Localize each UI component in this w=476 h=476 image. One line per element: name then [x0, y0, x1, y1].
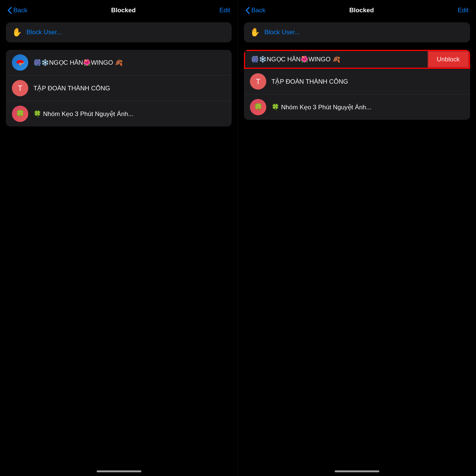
right-item-name-3: 🍀 Nhóm Kẹo 3 Phút Nguyệt Ánh... [271, 103, 464, 111]
left-blocked-list: 🪭 🎆❄️NGỌC HÂN🌺WINGO 🍂 T TẬP ĐOÀN THÀNH C… [6, 50, 232, 126]
left-avatar-emoji-1: 🪭 [16, 58, 25, 67]
right-chevron-left-icon [245, 7, 250, 14]
right-item-name-1: 🎆❄️NGỌC HÂN🌺WINGO 🍂 [251, 55, 422, 63]
right-swipe-row-1: 🎆❄️NGỌC HÂN🌺WINGO 🍂 Unblock [244, 50, 470, 69]
right-avatar-letter-2: T [256, 77, 260, 86]
left-item-name-3: 🍀 Nhóm Kẹo 3 Phút Nguyệt Ánh... [33, 110, 226, 118]
right-nav-bar: Back Blocked Edit [238, 0, 476, 19]
right-block-user-label: Block User... [264, 29, 300, 36]
right-blocked-list: 🎆❄️NGỌC HÂN🌺WINGO 🍂 Unblock T TẬP ĐOÀN T… [244, 50, 470, 120]
right-block-user-row[interactable]: ✋ Block User... [244, 22, 470, 42]
right-item-name-2: TẬP ĐOÀN THÀNH CÔNG [271, 78, 464, 86]
right-home-indicator [335, 470, 379, 472]
left-nav-bar: Back Blocked Edit [0, 0, 238, 19]
left-avatar-1: 🪭 [12, 54, 28, 71]
left-title: Blocked [111, 7, 136, 14]
right-avatar-3: 🍀 [250, 99, 266, 115]
right-edit-button[interactable]: Edit [458, 7, 469, 14]
left-edit-button[interactable]: Edit [219, 7, 230, 14]
right-avatar-2: T [250, 73, 266, 90]
left-avatar-emoji-3: 🍀 [16, 109, 25, 118]
left-back-label: Back [13, 7, 28, 14]
left-panel: Back Blocked Edit ✋ Block User... 🪭 🎆❄️N… [0, 0, 238, 476]
block-user-label: Block User... [26, 29, 62, 36]
left-back-button[interactable]: Back [7, 7, 28, 14]
left-block-user-row[interactable]: ✋ Block User... [6, 22, 232, 42]
chevron-left-icon [7, 7, 12, 14]
right-blocked-item-2[interactable]: T TẬP ĐOÀN THÀNH CÔNG [244, 69, 470, 94]
right-panel: Back Blocked Edit ✋ Block User... 🎆❄️NGỌ… [238, 0, 476, 476]
left-avatar-2: T [12, 80, 28, 96]
right-blocked-item-3[interactable]: 🍀 🍀 Nhóm Kẹo 3 Phút Nguyệt Ánh... [244, 94, 470, 120]
right-blocked-item-1[interactable]: 🎆❄️NGỌC HÂN🌺WINGO 🍂 [245, 51, 428, 68]
left-avatar-3: 🍀 [12, 106, 28, 122]
right-avatar-emoji-3: 🍀 [254, 103, 263, 112]
right-back-label: Back [251, 7, 266, 14]
left-blocked-item-1[interactable]: 🪭 🎆❄️NGỌC HÂN🌺WINGO 🍂 [6, 50, 232, 75]
left-blocked-item-2[interactable]: T TẬP ĐOÀN THÀNH CÔNG [6, 75, 232, 101]
left-item-name-1: 🎆❄️NGỌC HÂN🌺WINGO 🍂 [33, 59, 226, 67]
right-block-user-icon: ✋ [250, 28, 260, 37]
right-title: Blocked [349, 7, 374, 14]
right-back-button[interactable]: Back [245, 7, 266, 14]
left-item-name-2: TẬP ĐOÀN THÀNH CÔNG [33, 84, 226, 92]
left-avatar-letter-2: T [18, 84, 22, 93]
unblock-label: Unblock [437, 56, 460, 63]
block-user-icon: ✋ [12, 28, 22, 37]
unblock-button[interactable]: Unblock [428, 51, 469, 68]
left-home-indicator [97, 470, 141, 472]
left-blocked-item-3[interactable]: 🍀 🍀 Nhóm Kẹo 3 Phút Nguyệt Ánh... [6, 101, 232, 126]
